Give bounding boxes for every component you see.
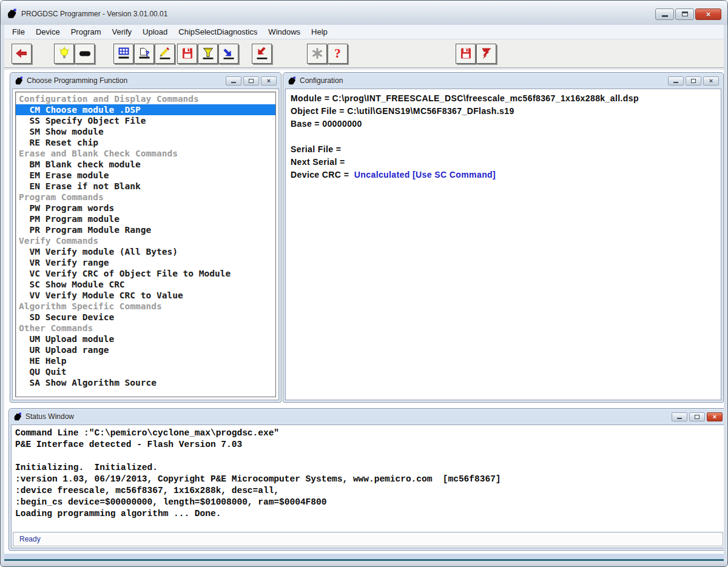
menu-item[interactable]: Verify xyxy=(107,25,138,38)
list-item[interactable]: SD Secure Device xyxy=(16,312,275,323)
minimize-button[interactable] xyxy=(672,412,687,421)
list-item[interactable]: VM Verify module (All Bytes) xyxy=(16,246,275,257)
minimize-button[interactable] xyxy=(668,76,684,86)
close-button[interactable]: × xyxy=(695,8,721,20)
show-module-button[interactable] xyxy=(113,44,133,64)
list-item[interactable]: SS Specify Object File xyxy=(16,115,275,126)
minimize-icon xyxy=(231,82,236,83)
list-item[interactable]: UM Upload module xyxy=(16,334,275,344)
config-value: C:\prog\INT_FREESCALE_DSC\freescale_mc56… xyxy=(332,93,639,103)
list-item[interactable]: CM Choose module .DSP xyxy=(16,104,275,115)
restore-button[interactable] xyxy=(686,76,701,86)
restore-button[interactable] xyxy=(689,412,705,421)
close-button[interactable]: × xyxy=(261,76,277,86)
list-item[interactable]: UR Upload range xyxy=(16,344,275,355)
list-item[interactable]: PM Program module xyxy=(16,213,275,224)
menu-item[interactable]: ChipSelectDiagnostics xyxy=(173,25,263,38)
configuration-window-titlebar[interactable]: Configuration × xyxy=(285,73,721,89)
config-value: C:\util\GENS19\MC56F8367_DFlash.s19 xyxy=(347,106,514,116)
function-list[interactable]: Configuration and Display Commands CM Ch… xyxy=(15,92,276,397)
toolbar: ? ? xyxy=(4,39,724,67)
list-item[interactable]: SA Show Algorithm Source xyxy=(16,377,275,388)
config-line: Next Serial = xyxy=(291,156,716,169)
config-line: Device CRC = Uncalculated [Use SC Comman… xyxy=(291,169,716,181)
quit-button[interactable] xyxy=(476,44,496,64)
close-icon: × xyxy=(713,414,716,420)
config-label: Device CRC = xyxy=(291,170,354,179)
help-button[interactable]: ? xyxy=(328,44,348,64)
config-line: Object File = C:\util\GENS19\MC56F8367_D… xyxy=(291,105,716,118)
specify-object-button[interactable] xyxy=(307,44,327,64)
list-item[interactable]: VC Verify CRC of Object File to Module xyxy=(16,268,275,279)
list-item[interactable]: PW Program words xyxy=(16,203,275,213)
verify-module-button[interactable] xyxy=(198,44,218,64)
bulb-button[interactable] xyxy=(54,44,74,64)
list-item[interactable]: PR Program Module Range xyxy=(16,224,275,235)
help-question-icon: ? xyxy=(334,46,341,61)
status-log: Command Line :"C:\pemicro\cyclone_max\pr… xyxy=(12,425,724,532)
status-line: Command Line :"C:\pemicro\cyclone_max\pr… xyxy=(15,428,721,439)
list-item[interactable]: RE Reset chip xyxy=(16,137,275,148)
erase-pencil-icon xyxy=(158,46,172,61)
blank-check-icon: ? xyxy=(137,46,152,61)
list-item[interactable]: VV Verify Module CRC to Value xyxy=(16,290,275,301)
minimize-button[interactable] xyxy=(226,76,241,86)
asterisk-icon xyxy=(310,46,325,61)
list-item: Erase and Blank Check Commands xyxy=(16,148,275,159)
list-item[interactable]: BM Blank check module xyxy=(16,159,275,170)
list-item[interactable]: EM Erase module xyxy=(16,170,275,181)
status-line: Loading programming algorithm ... Done. xyxy=(15,508,721,520)
config-value: 00000000 xyxy=(322,119,362,129)
status-window-titlebar[interactable]: Status Window × xyxy=(11,409,724,424)
function-window-title: Choose Programming Function xyxy=(27,76,127,85)
restore-button[interactable] xyxy=(243,76,259,86)
configuration-window-title: Configuration xyxy=(300,76,343,85)
upload-module-button[interactable] xyxy=(218,44,238,64)
close-icon: × xyxy=(706,10,711,18)
list-item[interactable]: EN Erase if not Blank xyxy=(16,181,275,192)
erase-module-button[interactable] xyxy=(155,44,175,64)
app-logo-icon xyxy=(7,8,18,19)
minimize-button[interactable] xyxy=(655,8,674,20)
main-window: PROGDSC Programmer - Version 3.01.00.01 … xyxy=(0,0,728,567)
list-item[interactable]: QU Quit xyxy=(16,366,275,377)
verify-funnel-icon xyxy=(201,46,215,61)
list-item: Algorithm Specific Commands xyxy=(16,301,275,312)
program-red-arrow-icon xyxy=(255,46,269,61)
status-window-title: Status Window xyxy=(25,412,74,421)
blank-check-button[interactable]: ? xyxy=(134,44,154,64)
lightbulb-icon xyxy=(57,46,72,61)
close-button[interactable]: × xyxy=(707,412,723,421)
maximize-icon xyxy=(682,12,688,16)
list-item[interactable]: SM Show module xyxy=(16,126,275,137)
back-button[interactable] xyxy=(12,44,32,64)
config-label: Base = xyxy=(291,119,322,129)
status-line: Initializing. Initialized. xyxy=(15,462,721,474)
eraser-button[interactable] xyxy=(75,44,95,64)
config-label: Serial File = xyxy=(291,144,344,154)
save-floppy-icon xyxy=(180,46,195,61)
back-arrow-icon xyxy=(15,46,29,61)
list-item: Other Commands xyxy=(16,323,275,334)
function-window-titlebar[interactable]: Choose Programming Function × xyxy=(12,73,279,89)
menu-item[interactable]: Windows xyxy=(263,25,306,38)
save-module-button[interactable] xyxy=(177,44,197,64)
close-button[interactable]: × xyxy=(703,76,719,86)
function-window: Choose Programming Function × Configurat… xyxy=(10,72,281,403)
minimize-icon xyxy=(673,82,678,83)
maximize-button[interactable] xyxy=(675,8,694,20)
menu-item[interactable]: File xyxy=(7,25,30,38)
program-module-button[interactable] xyxy=(252,44,272,64)
save-config-button[interactable] xyxy=(456,44,476,64)
status-bar: Ready xyxy=(13,532,723,546)
window-title: PROGDSC Programmer - Version 3.01.00.01 xyxy=(21,10,167,18)
frame-inner-strip xyxy=(4,554,724,559)
mdi-area: Choose Programming Function × Configurat… xyxy=(4,70,724,554)
menu-item[interactable]: Program xyxy=(66,25,107,38)
list-item[interactable]: HE Help xyxy=(16,355,275,366)
list-item[interactable]: VR Verify range xyxy=(16,257,275,268)
menu-item[interactable]: Help xyxy=(306,25,333,38)
list-item[interactable]: SC Show Module CRC xyxy=(16,279,275,290)
menu-item[interactable]: Upload xyxy=(137,25,173,38)
menu-item[interactable]: Device xyxy=(30,25,66,38)
